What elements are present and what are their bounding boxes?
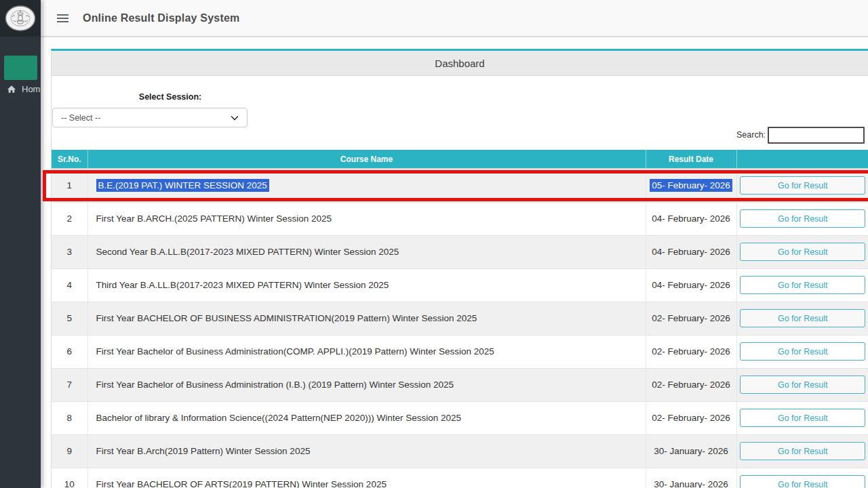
action-cell: Go for Result xyxy=(736,434,868,468)
column-header-sr-no: Sr.No. xyxy=(52,150,87,169)
course-name-cell: First Year Bachelor of Business Administ… xyxy=(87,335,646,368)
go-for-result-button[interactable]: Go for Result xyxy=(740,342,865,361)
result-date-text: 02- February- 2026 xyxy=(652,346,730,357)
app-title: Online Result Display System xyxy=(83,12,239,24)
course-name-cell: B.E.(2019 PAT.) WINTER SESSION 2025 xyxy=(87,169,646,202)
column-header-result-date: Result Date xyxy=(646,150,736,169)
course-name-text: First Year Bachelor of Business Administ… xyxy=(96,346,494,357)
course-name-cell: Third Year B.A.LL.B(2017-2023 MIXED PATT… xyxy=(87,268,646,302)
course-name-text: B.E.(2019 PAT.) WINTER SESSION 2025 xyxy=(96,179,269,192)
result-date-cell: 04- February- 2026 xyxy=(646,202,736,235)
course-name-text: First Year B.ARCH.(2025 PATTERN) Winter … xyxy=(96,214,332,224)
result-date-cell: 30- January- 2026 xyxy=(646,468,736,488)
column-header-course-name: Course Name xyxy=(87,150,646,169)
sr-no-cell: 2 xyxy=(52,202,87,235)
course-name-cell: First Year Bachelor of Business Administ… xyxy=(87,368,646,401)
result-date-cell: 02- February- 2026 xyxy=(646,368,736,401)
course-name-cell: First Year BACHELOR OF BUSINESS ADMINIST… xyxy=(87,302,646,335)
sr-no-cell: 9 xyxy=(52,434,87,468)
search-input[interactable] xyxy=(768,127,865,144)
sr-no-cell: 5 xyxy=(52,302,87,335)
result-date-cell: 05- February- 2026 xyxy=(646,169,736,202)
sr-no-cell: 6 xyxy=(52,335,87,368)
go-for-result-button[interactable]: Go for Result xyxy=(740,209,865,228)
course-name-text: Third Year B.A.LL.B(2017-2023 MIXED PATT… xyxy=(96,280,389,290)
action-cell: Go for Result xyxy=(736,302,868,335)
home-icon xyxy=(7,85,16,94)
column-header-action xyxy=(736,150,868,169)
go-for-result-button[interactable]: Go for Result xyxy=(740,409,865,427)
select-session-label: Select Session: xyxy=(72,92,269,102)
go-for-result-button[interactable]: Go for Result xyxy=(740,309,865,327)
result-date-text: 02- February- 2026 xyxy=(652,380,730,390)
panel-title: Dashboard xyxy=(52,51,868,76)
action-cell: Go for Result xyxy=(736,468,868,488)
sidebar: Home xyxy=(0,0,41,488)
go-for-result-button[interactable]: Go for Result xyxy=(740,442,865,460)
course-name-text: Bachelor of library & Information Scienc… xyxy=(96,413,462,423)
go-for-result-button[interactable]: Go for Result xyxy=(740,176,865,195)
table-row: 10First Year BACHELOR OF ARTS(2019 PATTE… xyxy=(52,468,868,488)
course-name-cell: First Year B.ARCH.(2025 PATTERN) Winter … xyxy=(87,202,646,235)
result-date-text: 04- February- 2026 xyxy=(652,280,730,290)
result-date-text: 30- January- 2026 xyxy=(654,446,728,456)
table-row: 9First Year B.Arch(2019 Pattern) Winter … xyxy=(52,434,868,468)
go-for-result-button[interactable]: Go for Result xyxy=(740,243,865,261)
result-date-text: 02- February- 2026 xyxy=(652,313,730,323)
university-emblem-logo xyxy=(5,5,36,32)
result-date-cell: 30- January- 2026 xyxy=(646,434,736,468)
course-name-text: First Year Bachelor of Business Administ… xyxy=(96,380,454,390)
hamburger-menu-icon[interactable] xyxy=(57,12,68,24)
results-table-header-row: Sr.No. Course Name Result Date xyxy=(52,150,868,169)
result-date-cell: 02- February- 2026 xyxy=(646,335,736,368)
result-date-text: 04- February- 2026 xyxy=(652,214,730,224)
action-cell: Go for Result xyxy=(736,401,868,434)
table-row: 3Second Year B.A.LL.B(2017-2023 MIXED PA… xyxy=(52,235,868,268)
result-date-cell: 04- February- 2026 xyxy=(646,235,736,268)
result-date-text: 02- February- 2026 xyxy=(652,413,730,423)
table-row: 7First Year Bachelor of Business Adminis… xyxy=(52,368,868,401)
result-date-cell: 04- February- 2026 xyxy=(646,268,736,302)
search-label: Search: xyxy=(736,130,766,140)
sr-no-cell: 8 xyxy=(52,401,87,434)
sidebar-item-home-label: Home xyxy=(22,84,41,94)
sr-no-cell: 4 xyxy=(52,268,87,302)
action-cell: Go for Result xyxy=(736,368,868,401)
result-date-text: 30- January- 2026 xyxy=(654,479,728,488)
action-cell: Go for Result xyxy=(736,202,868,235)
course-name-text: Second Year B.A.LL.B(2017-2023 MIXED PAT… xyxy=(96,247,399,257)
results-table-body: 1B.E.(2019 PAT.) WINTER SESSION 202505- … xyxy=(52,169,868,488)
course-name-text: First Year BACHELOR OF ARTS(2019 PATTERN… xyxy=(96,479,387,488)
table-row: 5First Year BACHELOR OF BUSINESS ADMINIS… xyxy=(52,302,868,335)
action-cell: Go for Result xyxy=(736,335,868,368)
course-name-cell: Second Year B.A.LL.B(2017-2023 MIXED PAT… xyxy=(87,235,646,268)
top-header-bar: Online Result Display System xyxy=(41,0,868,37)
sidebar-logo-area xyxy=(0,0,41,37)
dashboard-panel: Dashboard Select Session: -- Select -- S… xyxy=(51,49,868,488)
action-cell: Go for Result xyxy=(736,235,868,268)
result-date-cell: 02- February- 2026 xyxy=(646,302,736,335)
table-row: 1B.E.(2019 PAT.) WINTER SESSION 202505- … xyxy=(52,169,868,202)
session-select-dropdown[interactable]: -- Select -- xyxy=(52,108,248,127)
course-name-text: First Year B.Arch(2019 Pattern) Winter S… xyxy=(96,446,311,456)
sr-no-cell: 1 xyxy=(52,169,87,202)
table-row: 4Third Year B.A.LL.B(2017-2023 MIXED PAT… xyxy=(52,268,868,302)
go-for-result-button[interactable]: Go for Result xyxy=(740,475,865,488)
result-date-cell: 02- February- 2026 xyxy=(646,401,736,434)
course-name-text: First Year BACHELOR OF BUSINESS ADMINIST… xyxy=(96,313,477,323)
course-name-cell: Bachelor of library & Information Scienc… xyxy=(87,401,646,434)
course-name-cell: First Year B.Arch(2019 Pattern) Winter S… xyxy=(87,434,646,468)
sr-no-cell: 7 xyxy=(52,368,87,401)
results-table: Sr.No. Course Name Result Date 1B.E.(201… xyxy=(52,150,868,488)
sr-no-cell: 10 xyxy=(52,468,87,488)
course-name-cell: First Year BACHELOR OF ARTS(2019 PATTERN… xyxy=(87,468,646,488)
go-for-result-button[interactable]: Go for Result xyxy=(740,375,865,394)
session-select-value: -- Select -- xyxy=(61,113,100,123)
table-row: 2First Year B.ARCH.(2025 PATTERN) Winter… xyxy=(52,202,868,235)
go-for-result-button[interactable]: Go for Result xyxy=(740,276,865,294)
result-date-text: 05- February- 2026 xyxy=(650,179,732,192)
sidebar-item-active[interactable] xyxy=(4,56,37,80)
sidebar-item-home[interactable]: Home xyxy=(0,82,41,96)
table-row: 6First Year Bachelor of Business Adminis… xyxy=(52,335,868,368)
chevron-down-icon xyxy=(231,113,239,123)
